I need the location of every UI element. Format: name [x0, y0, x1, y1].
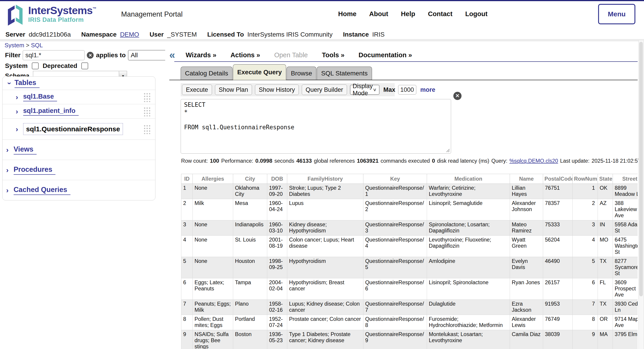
cell: Mateo Ramirez: [510, 220, 543, 236]
cell: Plano: [233, 300, 267, 315]
cell: Colon cancer; Lupus; Heart disease: [287, 236, 363, 257]
cell: Oklahoma City: [233, 184, 267, 199]
tree-section-cached-queries[interactable]: › Cached Queries: [2, 180, 155, 200]
breadcrumb-sql[interactable]: SQL: [31, 42, 43, 48]
query-builder-button[interactable]: Query Builder: [302, 84, 347, 95]
cell: Levothyroxine; Fluoxetine; Dapagliflozin: [427, 236, 510, 257]
cell: 8899 Meadow Ln: [613, 184, 638, 199]
filter-input[interactable]: [23, 50, 84, 60]
nav-home[interactable]: Home: [338, 10, 356, 18]
cell: 5958 Adams St: [613, 220, 638, 236]
tree-section-views[interactable]: › Views: [2, 140, 155, 160]
column-header-allergies: Allergies: [193, 174, 233, 184]
user-pair: User _SYSTEM: [150, 31, 197, 38]
tables-section-link[interactable]: Tables: [14, 78, 40, 88]
execute-button[interactable]: Execute: [182, 84, 212, 95]
table-row: 6Eggs; Latex; PeanutsTampa2004-02-04Hypo…: [181, 278, 638, 300]
cell: Type 1 Diabetes; Prostate cancer; Kidney…: [287, 330, 363, 349]
cell: 78357: [543, 199, 573, 220]
clear-filter-icon[interactable]: ✕: [87, 52, 94, 58]
cell: QuestionnaireResponse/4: [363, 236, 427, 257]
menu-button[interactable]: Menu: [598, 4, 635, 24]
more-link[interactable]: more: [420, 86, 435, 94]
tree-item-sql1-patient-info[interactable]: › sql1.patient_info: [2, 104, 155, 118]
global-refs-value: 46133: [296, 158, 312, 164]
query-class-link[interactable]: %sqlcq.DEMO.cls20: [510, 158, 558, 164]
display-mode-select[interactable]: Display Mode ∨: [350, 85, 380, 95]
nav-logout[interactable]: Logout: [465, 10, 488, 18]
system-checkbox[interactable]: [32, 62, 39, 69]
tab-sql-statements[interactable]: SQL Statements: [317, 66, 372, 80]
cell: Spironolactone; Losartan; Dapagliflozin: [427, 220, 510, 236]
cell: Pollen; Dust mites; Eggs: [193, 315, 233, 330]
tree-section-procedures[interactable]: › Procedures: [2, 160, 155, 180]
selected-table-link[interactable]: sql1.QuestionnaireResponse: [23, 123, 123, 135]
cell: 3609 Prospect Ave: [613, 278, 638, 300]
cell: 8: [181, 315, 193, 330]
procedures-section-link[interactable]: Procedures: [14, 166, 56, 175]
resize-handle-icon[interactable]: [446, 148, 450, 152]
filter-row: Filter ✕ applies to All ∨ ↻: [5, 50, 183, 60]
performance-label: Performance:: [221, 158, 253, 164]
drag-handle-icon[interactable]: [143, 124, 150, 134]
collapse-sidebar-icon[interactable]: «: [169, 50, 175, 60]
vertical-scrollbar[interactable]: [638, 40, 644, 349]
cell: 1958-02-16: [267, 300, 287, 315]
cell: 2004-02-04: [267, 278, 287, 300]
table-link[interactable]: sql1.Base: [23, 93, 57, 101]
cell: 1998-09-25: [267, 257, 287, 278]
nav-help[interactable]: Help: [401, 10, 415, 18]
nav-about[interactable]: About: [369, 10, 388, 18]
tab-execute-query[interactable]: Execute Query: [233, 64, 286, 80]
cell: AZ: [598, 199, 613, 220]
clear-query-icon[interactable]: ✕: [453, 92, 462, 100]
cell: QuestionnaireResponse/1: [363, 184, 427, 199]
breadcrumb-system[interactable]: System: [4, 42, 24, 48]
scrollbar-thumb[interactable]: [639, 42, 643, 296]
tree-item-sql1-questionnaireresponse[interactable]: › sql1.QuestionnaireResponse: [2, 118, 155, 140]
display-mode-value: Display Mode: [353, 83, 373, 97]
tools-menu[interactable]: Tools »: [322, 51, 344, 59]
drag-handle-icon[interactable]: [143, 106, 150, 116]
documentation-menu[interactable]: Documentation »: [358, 51, 412, 59]
chevron-right-icon: ›: [16, 93, 18, 101]
cell: QuestionnaireResponse/3: [363, 220, 427, 236]
deprecated-checkbox[interactable]: [81, 62, 88, 69]
table-link[interactable]: sql1.patient_info: [23, 107, 79, 116]
chevron-right-icon: ›: [16, 125, 18, 133]
cell: 1960-04-24: [267, 199, 287, 220]
actions-menu[interactable]: Actions »: [230, 51, 260, 59]
wizards-menu[interactable]: Wizards »: [186, 51, 216, 59]
tab-browse[interactable]: Browse: [286, 66, 316, 80]
show-history-button[interactable]: Show History: [255, 84, 299, 95]
chevron-right-icon: ›: [6, 146, 9, 154]
user-value: _SYSTEM: [167, 31, 197, 38]
cell: 4: [181, 236, 193, 257]
cell: 2001-08-19: [267, 236, 287, 257]
last-update-label: Last update:: [560, 158, 590, 164]
table-row: 1NoneOklahoma City1997-09-20Stroke; Lupu…: [181, 184, 638, 199]
cell: Mesa: [233, 199, 267, 220]
results-header-row: IDAllergiesCityDOBFamilyHistoryKeyMedica…: [181, 174, 638, 184]
cell: None: [193, 257, 233, 278]
drag-handle-icon[interactable]: [143, 92, 150, 102]
logo-subtitle: IRIS Data Platform: [28, 16, 96, 24]
tree-section-tables[interactable]: › Tables: [2, 76, 155, 90]
query-toolbar: Execute Show Plan Show History Query Bui…: [181, 83, 395, 96]
cell: 1936-05-23: [267, 330, 287, 349]
table-row: 3NoneIndianapolis1960-03-10Kidney diseas…: [181, 220, 638, 236]
namespace-link[interactable]: DEMO: [120, 31, 139, 38]
views-section-link[interactable]: Views: [14, 145, 36, 154]
show-plan-button[interactable]: Show Plan: [215, 84, 252, 95]
max-input[interactable]: [398, 85, 416, 94]
tab-catalog-details[interactable]: Catalog Details: [181, 66, 232, 80]
logo-tm: ™: [92, 6, 96, 11]
sql-query-textarea[interactable]: SELECT * FROM sql1.QuestionnaireResponse: [181, 99, 451, 154]
cell: 9: [181, 330, 193, 349]
cell: 8: [573, 315, 598, 330]
tree-item-sql1-base[interactable]: › sql1.Base: [2, 90, 155, 104]
seconds-label: seconds: [274, 158, 294, 164]
menubar-underline: [174, 61, 638, 62]
nav-contact[interactable]: Contact: [428, 10, 452, 18]
cached-queries-section-link[interactable]: Cached Queries: [14, 186, 70, 195]
